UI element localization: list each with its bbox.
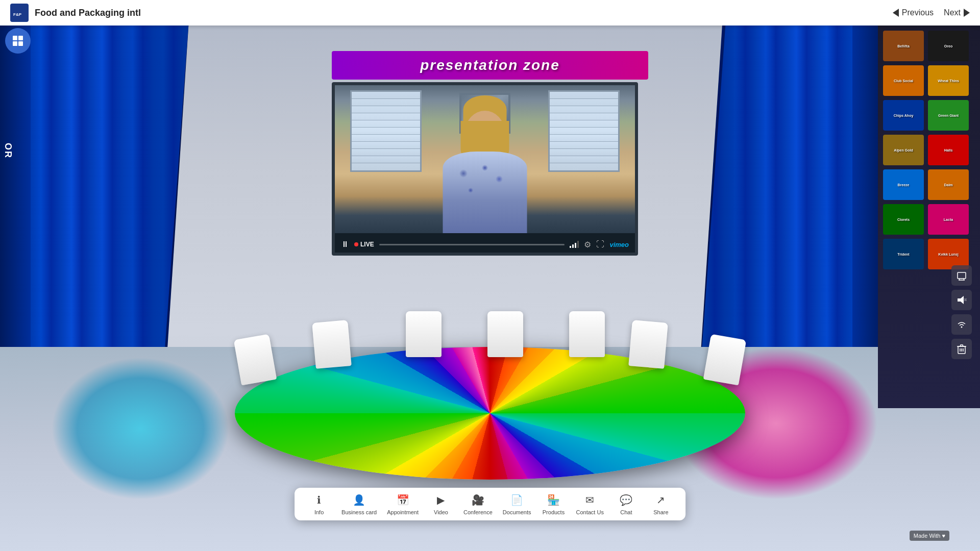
live-dot (354, 242, 358, 246)
bar-2 (572, 244, 574, 248)
presenter-figure (434, 116, 536, 233)
toolbar-item-conference[interactable]: 🎥 Conference (463, 493, 493, 515)
toolbar-item-products[interactable]: 🏪 Products (541, 493, 566, 515)
previous-label: Previous (902, 8, 934, 17)
video-label: Video (434, 509, 448, 515)
presentation-banner: presentation zone (332, 51, 648, 80)
product-item-1: Oreo (928, 31, 969, 61)
product-item-11: Lacta (928, 204, 969, 235)
hologram-button[interactable] (951, 265, 972, 286)
toolbar-item-contact-us[interactable]: ✉ Contact Us (576, 493, 603, 515)
product-item-13: Kvikk Lunsj (928, 239, 969, 269)
svg-rect-3 (13, 41, 17, 46)
bar-1 (570, 246, 571, 248)
previous-button[interactable]: Previous (893, 8, 934, 17)
business-card-icon: 👤 (351, 493, 368, 507)
product-item-5: Green Giant (928, 100, 969, 131)
svg-text:F&P: F&P (13, 12, 22, 17)
company-logo: F&P (10, 4, 29, 22)
seat-7 (703, 334, 747, 386)
product-item-0: BelVita (883, 31, 924, 61)
live-label: LIVE (360, 241, 374, 248)
video-controls-bar[interactable]: ⏸ LIVE ⚙ ⛶ vimeo (335, 233, 635, 256)
seat-2 (312, 320, 352, 369)
toolbar-item-chat[interactable]: 💬 Chat (614, 493, 639, 515)
share-label: Share (653, 509, 668, 515)
toolbar-item-business-card[interactable]: 👤 Business card (341, 493, 377, 515)
screen-area: presentation zone (332, 51, 648, 256)
progress-bar[interactable] (379, 244, 565, 245)
volume-button[interactable]: )))) (951, 290, 972, 310)
video-content (335, 85, 635, 233)
stage-platform (222, 316, 758, 480)
toolbar-item-video[interactable]: ▶ Video (429, 493, 453, 515)
bar-4 (577, 241, 579, 248)
stage-cyan-glow (51, 357, 230, 500)
business-card-label: Business card (341, 509, 377, 515)
seat-3 (406, 311, 442, 357)
svg-rect-5 (958, 272, 966, 279)
left-decorative-text: OR (3, 143, 13, 159)
toolbar-item-appointment[interactable]: 📅 Appointment (387, 493, 419, 515)
product-item-10: Clorets (883, 204, 924, 235)
product-item-4: Chips Ahoy (883, 100, 924, 131)
conference-label: Conference (463, 509, 493, 515)
window-left (350, 90, 422, 172)
bar-3 (575, 243, 576, 248)
svg-rect-4 (18, 41, 23, 46)
contact-us-icon: ✉ (582, 493, 598, 507)
product-item-7: Halls (928, 135, 969, 165)
conference-icon: 🎥 (470, 493, 486, 507)
bottom-toolbar: ℹ Info 👤 Business card 📅 Appointment ▶ V… (295, 488, 685, 520)
next-label: Next (944, 8, 961, 17)
products-grid: BelVitaOreoClub SocialWheat ThinsChips A… (878, 26, 980, 274)
info-label: Info (314, 509, 324, 515)
contact-us-label: Contact Us (576, 509, 603, 515)
documents-label: Documents (503, 509, 531, 515)
seat-4 (487, 311, 523, 357)
made-with-label: Made With ♥ (910, 531, 949, 541)
seat-1 (234, 334, 277, 386)
info-icon: ℹ (311, 493, 327, 507)
fullscreen-icon[interactable]: ⛶ (596, 240, 604, 249)
share-icon: ↗ (653, 493, 669, 507)
live-badge: LIVE (354, 241, 374, 248)
appointment-icon: 📅 (395, 493, 411, 507)
toolbar-items: ℹ Info 👤 Business card 📅 Appointment ▶ V… (307, 493, 673, 515)
svg-text:)))): )))) (964, 298, 967, 301)
wifi-button[interactable] (951, 314, 972, 335)
signal-bars (570, 241, 579, 248)
product-item-2: Club Social (883, 65, 924, 96)
toolbar-item-share[interactable]: ↗ Share (649, 493, 673, 515)
header: F&P Food and Packaging intl Previous Nex… (0, 0, 980, 26)
stage-colorful (235, 347, 745, 480)
settings-icon[interactable]: ⚙ (584, 240, 591, 249)
header-title: Food and Packaging intl (35, 8, 141, 18)
next-arrow-icon (964, 9, 970, 17)
chat-icon: 💬 (618, 493, 634, 507)
delete-button[interactable] (951, 339, 972, 359)
seat-5 (569, 311, 605, 357)
header-nav: Previous Next (893, 8, 970, 17)
toolbar-item-documents[interactable]: 📄 Documents (503, 493, 531, 515)
appointment-label: Appointment (387, 509, 419, 515)
right-controls: )))) (951, 265, 972, 359)
grid-menu-icon[interactable] (5, 28, 31, 54)
product-item-8: Breeze (883, 169, 924, 200)
chat-label: Chat (620, 509, 632, 515)
product-item-3: Wheat Thins (928, 65, 969, 96)
pause-button[interactable]: ⏸ (341, 240, 349, 249)
main-scene: presentation zone (0, 0, 980, 551)
svg-rect-2 (18, 36, 23, 40)
next-button[interactable]: Next (944, 8, 970, 17)
svg-rect-1 (13, 36, 17, 40)
window-right (548, 90, 620, 172)
vimeo-logo: vimeo (609, 241, 629, 248)
toolbar-item-info[interactable]: ℹ Info (307, 493, 331, 515)
video-screen[interactable]: ⏸ LIVE ⚙ ⛶ vimeo (332, 82, 638, 256)
seat-6 (628, 320, 668, 369)
svg-marker-9 (958, 296, 964, 304)
product-item-6: Alpen Gold (883, 135, 924, 165)
video-icon: ▶ (433, 493, 449, 507)
product-item-12: Trident (883, 239, 924, 269)
